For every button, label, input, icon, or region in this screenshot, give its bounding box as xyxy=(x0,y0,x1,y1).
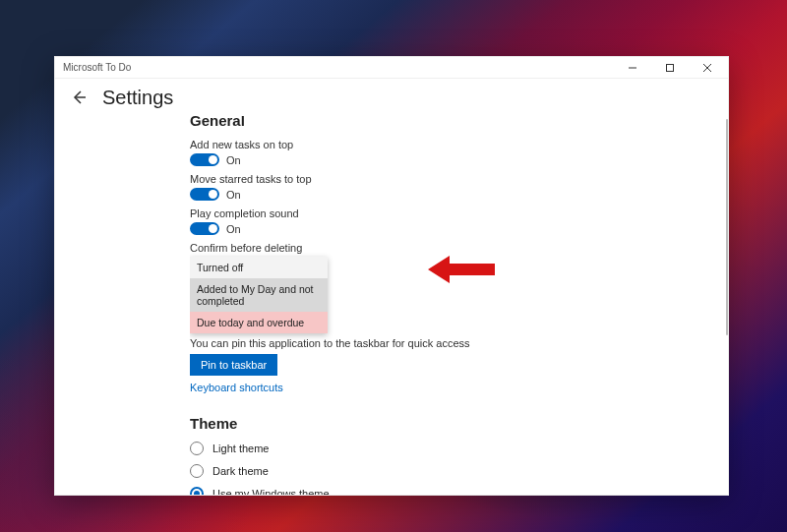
setting-move-starred-label: Move starred tasks to top xyxy=(190,173,583,185)
maximize-button[interactable] xyxy=(651,57,689,79)
radio-icon xyxy=(190,442,204,455)
section-general-heading: General xyxy=(190,116,583,129)
back-button[interactable] xyxy=(65,84,92,111)
dropdown-option-due[interactable]: Due today and overdue xyxy=(190,312,328,333)
setting-play-sound-label: Play completion sound xyxy=(190,207,583,219)
setting-confirm-delete-label: Confirm before deleting xyxy=(190,242,583,254)
svg-rect-1 xyxy=(667,64,674,71)
settings-content: General Add new tasks on top On Move sta… xyxy=(55,116,728,495)
pin-helper-text: You can pin this application to the task… xyxy=(190,337,583,349)
radio-icon xyxy=(190,464,204,478)
theme-option-dark[interactable]: Dark theme xyxy=(190,464,583,478)
toggle-move-starred[interactable] xyxy=(190,188,219,201)
theme-option-windows[interactable]: Use my Windows theme xyxy=(190,487,583,495)
toggle-add-top-state: On xyxy=(226,154,241,166)
toggle-move-starred-state: On xyxy=(226,189,241,201)
page-header: Settings xyxy=(55,79,728,116)
toggle-play-sound[interactable] xyxy=(190,222,219,235)
notification-dropdown[interactable]: Turned off Added to My Day and not compl… xyxy=(190,257,328,333)
section-theme-heading: Theme xyxy=(190,415,583,432)
pin-to-taskbar-button[interactable]: Pin to taskbar xyxy=(190,354,277,376)
app-window: Microsoft To Do Settings General Add new… xyxy=(54,56,729,496)
toggle-add-top[interactable] xyxy=(190,153,219,166)
scrollbar[interactable] xyxy=(726,119,728,335)
toggle-play-sound-state: On xyxy=(226,223,241,235)
close-button[interactable] xyxy=(689,57,726,79)
theme-option-light[interactable]: Light theme xyxy=(190,442,583,455)
radio-icon xyxy=(190,487,204,495)
page-title: Settings xyxy=(102,87,173,109)
window-title: Microsoft To Do xyxy=(63,62,131,73)
keyboard-shortcuts-link[interactable]: Keyboard shortcuts xyxy=(190,382,283,393)
dropdown-option-off[interactable]: Turned off xyxy=(190,257,328,278)
setting-add-top-label: Add new tasks on top xyxy=(190,139,583,150)
dropdown-option-myday[interactable]: Added to My Day and not completed xyxy=(190,278,328,312)
minimize-button[interactable] xyxy=(614,57,651,79)
titlebar: Microsoft To Do xyxy=(55,57,728,79)
